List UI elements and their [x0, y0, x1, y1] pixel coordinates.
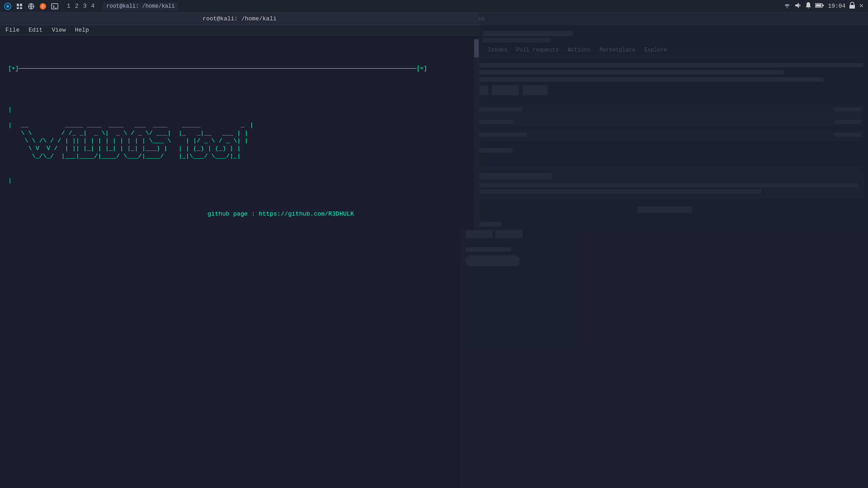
scrollbar-thumb[interactable]	[474, 39, 479, 57]
svg-rect-16	[849, 5, 855, 9]
wifi-icon	[783, 2, 791, 11]
banner-ascii-art-container: | __ _____ ____ ____ ___ ____ _____ _ \ …	[8, 121, 471, 160]
svg-rect-2	[17, 4, 19, 6]
workspace-3[interactable]: 3	[81, 3, 89, 9]
active-app-label: root@kali: /home/kali	[106, 3, 175, 9]
workspace-switcher: 1 2 3 4	[65, 3, 96, 9]
browser-icon[interactable]	[26, 1, 36, 11]
clock: 19:04	[828, 3, 845, 9]
banner-github-line: github page : https://github.com/R3DHULK	[8, 210, 471, 219]
banner: [+][+] | | __ _____ ____ ____ ___ ____ _…	[8, 40, 471, 230]
taskbar-right: 19:04 ×	[783, 2, 868, 11]
taskbar: F 1 2 3 4 root@kali: /home/kali	[0, 0, 868, 13]
menu-edit[interactable]: Edit	[28, 27, 42, 33]
bg-titlebar: GitHub	[461, 13, 868, 25]
terminal-menubar: File Edit View Help	[0, 25, 479, 35]
taskbar-left: F 1 2 3 4 root@kali: /home/kali	[0, 1, 178, 11]
workspace-4[interactable]: 4	[89, 3, 96, 9]
svg-rect-3	[20, 4, 22, 6]
terminal-icon[interactable]	[50, 1, 60, 11]
banner-ascii-art: __ _____ ____ ____ ___ ____ _____ _ \ \ …	[14, 121, 248, 160]
background-browser-window: GitHub Code Issues Pull requests Actions…	[461, 13, 868, 488]
menu-help[interactable]: Help	[75, 27, 89, 33]
app-icon[interactable]: F	[38, 1, 48, 11]
terminal-window: root@kali: /home/kali File Edit View Hel…	[0, 13, 479, 230]
terminal-content: [+][+] | | __ _____ ____ ____ ___ ____ _…	[0, 35, 479, 230]
battery-icon	[815, 3, 824, 10]
svg-rect-4	[17, 7, 19, 9]
svg-point-1	[6, 5, 9, 8]
banner-top-border: [+][+]	[8, 65, 471, 73]
workspace-2[interactable]: 2	[73, 3, 80, 9]
window-close-icon[interactable]: ×	[859, 2, 863, 10]
kali-menu-icon[interactable]	[3, 1, 13, 11]
bell-icon	[805, 2, 811, 11]
terminal-titlebar: root@kali: /home/kali	[0, 13, 479, 25]
workspace-1[interactable]: 1	[65, 3, 72, 9]
bg-window-body: Code Issues Pull requests Actions Market…	[461, 25, 868, 271]
svg-rect-14	[823, 5, 824, 6]
banner-ascii-left-bar: |	[8, 106, 471, 114]
svg-rect-5	[20, 7, 22, 9]
files-icon[interactable]	[14, 1, 24, 11]
menu-view[interactable]: View	[52, 27, 66, 33]
active-app[interactable]: root@kali: /home/kali	[103, 2, 178, 10]
svg-rect-15	[816, 4, 821, 6]
terminal-title: root@kali: /home/kali	[203, 15, 277, 22]
lock-icon	[849, 2, 855, 11]
speaker-icon	[794, 2, 802, 11]
terminal-scrollbar[interactable]	[474, 39, 479, 229]
menu-file[interactable]: File	[5, 27, 19, 33]
banner-side-left-2: |	[8, 177, 471, 185]
svg-marker-12	[795, 3, 799, 8]
svg-text:F: F	[42, 5, 44, 9]
